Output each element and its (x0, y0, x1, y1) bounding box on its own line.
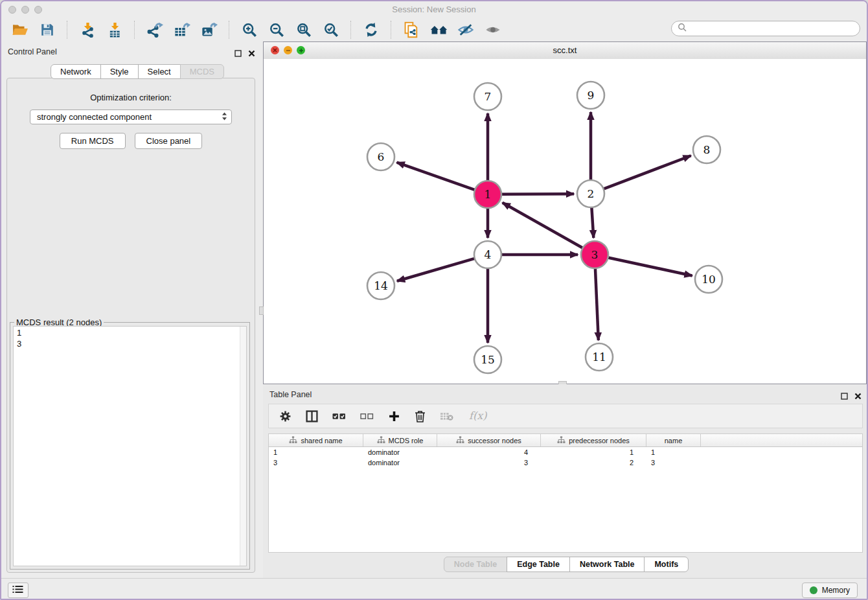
node-table: shared nameMCDS rolesuccessor nodesprede… (268, 433, 863, 553)
graph-edge-3-10[interactable] (608, 257, 692, 275)
table-settings-icon[interactable] (279, 410, 291, 422)
table-cell: 3 (269, 459, 363, 467)
home-views-icon[interactable] (429, 20, 448, 40)
svg-text:14: 14 (374, 279, 388, 292)
graph-edge-2-8[interactable] (604, 156, 691, 189)
svg-text:6: 6 (378, 150, 385, 163)
column-header-predecessor-nodes[interactable]: predecessor nodes (541, 434, 646, 446)
zoom-fit-icon[interactable] (294, 20, 314, 40)
add-column-icon[interactable] (388, 410, 400, 422)
task-history-button[interactable] (8, 583, 29, 598)
refresh-layout-icon[interactable] (361, 20, 381, 40)
graph-edge-3-1[interactable] (503, 203, 583, 248)
graph-node-4[interactable]: 4 (474, 241, 501, 268)
close-panel-button[interactable]: Close panel (135, 133, 203, 149)
table-tab-edge-table[interactable]: Edge Table (507, 557, 570, 572)
save-session-icon[interactable] (38, 20, 57, 40)
zoom-selected-icon[interactable] (321, 20, 341, 40)
export-network-icon[interactable] (145, 20, 165, 40)
deselect-all-rows-icon[interactable] (360, 412, 374, 421)
column-type-icon (557, 436, 565, 445)
open-session-icon[interactable] (10, 20, 30, 40)
graph-node-15[interactable]: 15 (474, 346, 501, 373)
float-panel-icon[interactable] (234, 48, 242, 60)
graph-node-3[interactable]: 3 (581, 241, 608, 268)
mcds-result-text[interactable]: 1 3 (13, 326, 247, 566)
graph-node-14[interactable]: 14 (367, 272, 394, 299)
tab-network[interactable]: Network (51, 64, 101, 79)
graph-edge-4-14[interactable] (397, 259, 475, 281)
graph-node-10[interactable]: 10 (695, 266, 722, 293)
criterion-dropdown[interactable]: strongly connected component (30, 110, 232, 124)
window-titlebar: Session: New Session (1, 1, 867, 18)
svg-text:3: 3 (591, 248, 599, 261)
table-tab-network-table[interactable]: Network Table (569, 557, 645, 572)
main-toolbar (1, 18, 867, 42)
node-table-header: shared nameMCDS rolesuccessor nodesprede… (269, 434, 862, 447)
import-network-icon[interactable] (78, 20, 97, 40)
delete-columns-icon[interactable] (415, 410, 426, 422)
column-type-icon (289, 436, 297, 445)
table-panel: Table Panel f(x) shared nameMCDS rolesuc… (263, 384, 868, 578)
control-panel: Control Panel NetworkStyleSelectMCDS Opt… (1, 41, 263, 578)
graph-edge-3-11[interactable] (595, 268, 599, 340)
graph-edge-1-6[interactable] (397, 163, 475, 190)
export-image-icon[interactable] (200, 20, 219, 40)
import-table-icon[interactable] (105, 20, 124, 40)
graph-node-8[interactable]: 8 (693, 136, 720, 163)
graph-node-9[interactable]: 9 (577, 82, 604, 109)
graph-edge-1-2[interactable] (501, 194, 574, 194)
network-view-titlebar: scc.txt (264, 42, 866, 60)
run-mcds-button[interactable]: Run MCDS (60, 133, 126, 149)
column-header-name[interactable]: name (646, 434, 701, 446)
column-header-mcds-role[interactable]: MCDS role (363, 434, 437, 446)
graph-node-2[interactable]: 2 (577, 180, 604, 207)
tab-mcds[interactable]: MCDS (180, 64, 224, 79)
toggle-columns-icon[interactable] (306, 410, 318, 422)
column-header-shared-name[interactable]: shared name (269, 434, 363, 446)
table-row[interactable]: 1dominator411 (269, 447, 862, 457)
svg-text:4: 4 (485, 248, 492, 261)
table-row[interactable]: 3dominator323 (269, 457, 862, 468)
svg-text:f(x): f(x) (469, 410, 487, 422)
graph-node-11[interactable]: 11 (586, 343, 613, 371)
table-cell: 4 (437, 448, 541, 456)
column-header-label: name (665, 437, 683, 444)
tab-select[interactable]: Select (138, 64, 181, 79)
graph-node-1[interactable]: 1 (474, 181, 501, 208)
tab-style[interactable]: Style (100, 64, 139, 79)
zoom-in-icon[interactable] (240, 20, 259, 40)
hide-selected-icon[interactable] (456, 20, 475, 40)
graph-edge-2-3[interactable] (591, 207, 593, 238)
table-cell: 1 (646, 448, 701, 456)
table-tabs: Node TableEdge TableNetwork TableMotifs (263, 557, 868, 572)
svg-text:15: 15 (481, 353, 495, 366)
column-header-successor-nodes[interactable]: successor nodes (437, 434, 541, 446)
list-icon (12, 584, 24, 597)
search-input[interactable] (691, 23, 854, 34)
close-panel-icon[interactable] (248, 48, 255, 60)
toolbar-separator (229, 21, 230, 39)
search-icon (678, 23, 687, 34)
zoom-out-icon[interactable] (267, 20, 286, 40)
mcds-result-box: MCDS result (2 nodes) 1 3 (10, 322, 250, 570)
table-tab-node-table[interactable]: Node Table (444, 557, 507, 572)
application-window: Session: New Session Control Panel Netwo… (0, 0, 868, 600)
select-all-rows-icon[interactable] (332, 412, 346, 421)
svg-text:11: 11 (592, 351, 606, 363)
graph-node-7[interactable]: 7 (474, 83, 501, 110)
float-table-panel-icon[interactable] (841, 391, 848, 402)
table-tab-motifs[interactable]: Motifs (644, 557, 689, 572)
column-header-label: predecessor nodes (569, 437, 630, 444)
mcds-result-scrollbar[interactable] (240, 327, 246, 566)
vertical-splitter-grip[interactable] (259, 306, 264, 315)
network-canvas[interactable]: 7968124314101511 (264, 59, 866, 384)
memory-button[interactable]: Memory (802, 583, 858, 598)
dropdown-chevrons-icon (222, 111, 227, 123)
memory-label: Memory (822, 586, 850, 595)
search-box (671, 21, 860, 36)
graph-node-6[interactable]: 6 (367, 143, 394, 170)
export-table-icon[interactable] (172, 20, 192, 40)
duplicate-network-icon[interactable] (402, 20, 421, 40)
close-table-panel-icon[interactable] (854, 391, 862, 402)
